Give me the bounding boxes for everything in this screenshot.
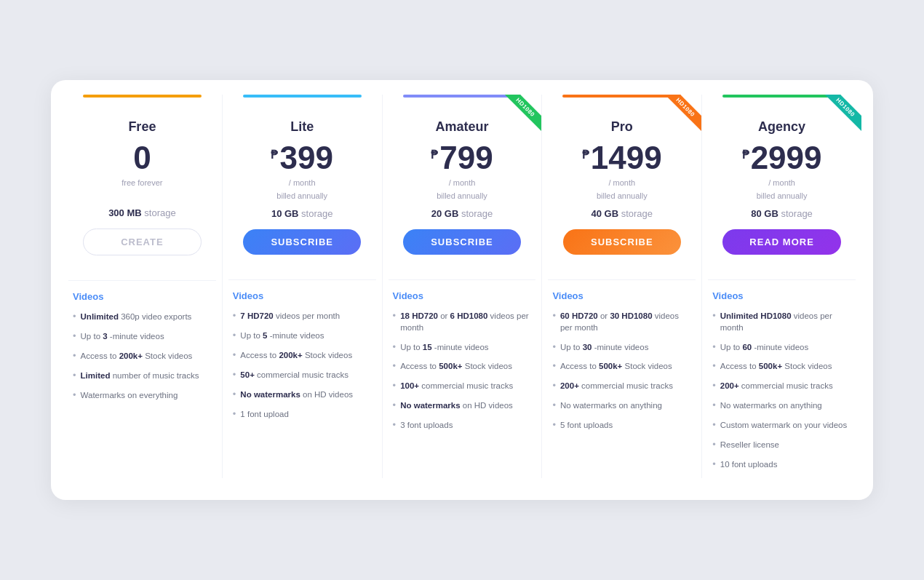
feature-item-lite-4: • No watermarks on HD videos bbox=[233, 389, 372, 401]
feature-item-pro-3: • 200+ commercial music tracks bbox=[552, 380, 691, 392]
feature-text-pro-3: 200+ commercial music tracks bbox=[560, 380, 673, 392]
price-currency-lite: ₱ bbox=[271, 148, 278, 162]
feature-bullet-free-0: • bbox=[73, 311, 76, 323]
feature-bullet-agency-2: • bbox=[712, 360, 716, 373]
feature-bullet-amateur-1: • bbox=[393, 341, 397, 354]
feature-item-pro-2: • Access to 500k+ Stock videos bbox=[552, 360, 691, 373]
feature-text-agency-1: Up to 60 -minute videos bbox=[720, 341, 808, 353]
features-section-amateur: Videos • 18 HD720 or 6 HD1080 videos per… bbox=[389, 279, 536, 432]
feature-bullet-lite-5: • bbox=[233, 408, 236, 421]
plan-name-lite: Lite bbox=[228, 119, 376, 135]
features-label-free: Videos bbox=[73, 291, 212, 302]
plan-storage-pro: 40 GB storage bbox=[548, 208, 696, 219]
plan-btn-pro[interactable]: SUBSCRIBE bbox=[563, 229, 681, 255]
plan-bar-free bbox=[83, 95, 202, 98]
feature-text-lite-3: 50+ commercial music tracks bbox=[240, 369, 349, 381]
plan-price-sub-pro: / monthbilled annually bbox=[548, 177, 696, 202]
feature-item-pro-0: • 60 HD720 or 30 HD1080 videos per month bbox=[552, 310, 691, 333]
feature-text-lite-4: No watermarks on HD videos bbox=[240, 389, 353, 400]
price-wrap-pro: ₱ 1499 bbox=[548, 142, 696, 174]
feature-bullet-amateur-0: • bbox=[393, 310, 397, 322]
feature-text-pro-5: 5 font uploads bbox=[560, 419, 613, 431]
feature-text-pro-1: Up to 30 -minute videos bbox=[560, 341, 648, 353]
feature-text-agency-2: Access to 500k+ Stock videos bbox=[720, 360, 832, 372]
plan-header-free: Free 0 free forever 300 MB storage CREAT… bbox=[68, 109, 216, 267]
feature-text-amateur-2: Access to 500k+ Stock videos bbox=[400, 360, 512, 372]
feature-item-pro-1: • Up to 30 -minute videos bbox=[552, 341, 691, 354]
feature-item-agency-5: • Custom watermark on your videos bbox=[712, 419, 851, 432]
feature-item-free-2: • Access to 200k+ Stock videos bbox=[73, 350, 212, 362]
features-label-amateur: Videos bbox=[393, 290, 532, 301]
feature-item-amateur-0: • 18 HD720 or 6 HD1080 videos per month bbox=[393, 310, 532, 333]
feature-text-agency-0: Unlimited HD1080 videos per month bbox=[720, 310, 851, 333]
pricing-table: Free 0 free forever 300 MB storage CREAT… bbox=[51, 80, 873, 500]
price-wrap-amateur: ₱ 799 bbox=[389, 142, 536, 174]
feature-bullet-pro-4: • bbox=[552, 400, 556, 412]
feature-item-pro-5: • 5 font uploads bbox=[552, 419, 691, 432]
badge-agency: HD1080 bbox=[819, 95, 861, 137]
feature-item-agency-2: • Access to 500k+ Stock videos bbox=[712, 360, 851, 373]
feature-bullet-lite-4: • bbox=[233, 389, 236, 401]
feature-item-lite-3: • 50+ commercial music tracks bbox=[233, 369, 372, 381]
price-amount-free: 0 bbox=[133, 142, 151, 174]
feature-text-lite-1: Up to 5 -minute videos bbox=[240, 330, 324, 341]
feature-text-free-4: Watermarks on everything bbox=[81, 389, 178, 401]
price-currency-amateur: ₱ bbox=[431, 148, 438, 162]
plan-price-sub-agency: / monthbilled annually bbox=[708, 177, 856, 202]
price-wrap-free: 0 bbox=[68, 142, 216, 174]
feature-item-free-1: • Up to 3 -minute videos bbox=[73, 330, 212, 343]
features-section-agency: Videos • Unlimited HD1080 videos per mon… bbox=[708, 279, 856, 470]
plan-storage-amateur: 20 GB storage bbox=[389, 208, 536, 219]
feature-bullet-agency-1: • bbox=[712, 341, 716, 354]
feature-bullet-agency-4: • bbox=[712, 400, 716, 412]
feature-item-free-4: • Watermarks on everything bbox=[73, 389, 212, 402]
feature-item-agency-0: • Unlimited HD1080 videos per month bbox=[712, 310, 851, 333]
feature-item-free-3: • Limited number of music tracks bbox=[73, 370, 212, 382]
features-label-lite: Videos bbox=[233, 290, 372, 301]
badge-ribbon-pro: HD1080 bbox=[661, 95, 702, 132]
feature-item-amateur-2: • Access to 500k+ Stock videos bbox=[393, 360, 532, 373]
feature-bullet-free-3: • bbox=[73, 370, 76, 382]
feature-text-agency-3: 200+ commercial music tracks bbox=[720, 380, 833, 392]
feature-item-amateur-4: • No watermarks on HD videos bbox=[393, 400, 532, 412]
price-currency-pro: ₱ bbox=[582, 148, 589, 162]
feature-text-agency-5: Custom watermark on your videos bbox=[720, 419, 847, 431]
feature-bullet-free-1: • bbox=[73, 330, 76, 343]
badge-pro: HD1080 bbox=[659, 95, 701, 137]
feature-text-lite-2: Access to 200k+ Stock videos bbox=[240, 349, 352, 361]
price-wrap-agency: ₱ 2999 bbox=[708, 142, 856, 174]
feature-item-amateur-3: • 100+ commercial music tracks bbox=[393, 380, 532, 392]
feature-bullet-agency-7: • bbox=[712, 458, 716, 471]
plan-col-lite: Lite ₱ 399 / monthbilled annually 10 GB … bbox=[222, 95, 382, 478]
feature-bullet-pro-0: • bbox=[552, 310, 556, 322]
feature-bullet-agency-0: • bbox=[712, 310, 716, 322]
feature-bullet-pro-2: • bbox=[552, 360, 556, 373]
feature-text-free-0: Unlimited 360p video exports bbox=[81, 311, 192, 322]
feature-text-free-3: Limited number of music tracks bbox=[81, 370, 199, 381]
feature-bullet-free-2: • bbox=[73, 350, 76, 362]
feature-text-amateur-1: Up to 15 -minute videos bbox=[400, 341, 488, 353]
feature-bullet-lite-3: • bbox=[233, 369, 236, 381]
plan-col-agency: HD1080 Agency ₱ 2999 / monthbilled annua… bbox=[701, 95, 861, 478]
feature-bullet-agency-6: • bbox=[712, 439, 716, 451]
plan-btn-lite[interactable]: SUBSCRIBE bbox=[243, 229, 361, 255]
feature-text-amateur-3: 100+ commercial music tracks bbox=[400, 380, 513, 392]
feature-text-free-2: Access to 200k+ Stock videos bbox=[81, 350, 193, 362]
plan-bar-lite bbox=[243, 95, 362, 98]
plan-header-lite: Lite ₱ 399 / monthbilled annually 10 GB … bbox=[228, 109, 376, 266]
feature-bullet-amateur-3: • bbox=[393, 380, 397, 392]
feature-text-lite-0: 7 HD720 videos per month bbox=[240, 310, 340, 322]
plan-btn-amateur[interactable]: SUBSCRIBE bbox=[403, 229, 521, 255]
price-wrap-lite: ₱ 399 bbox=[228, 142, 376, 174]
plan-btn-free[interactable]: CREATE bbox=[83, 229, 201, 255]
features-label-pro: Videos bbox=[552, 290, 691, 301]
feature-text-amateur-5: 3 font uploads bbox=[400, 419, 453, 431]
badge-ribbon-agency: HD1080 bbox=[821, 95, 861, 132]
plan-storage-free: 300 MB storage bbox=[68, 207, 216, 218]
plan-btn-agency[interactable]: READ MORE bbox=[722, 229, 840, 255]
feature-text-agency-6: Reseller license bbox=[720, 439, 779, 450]
feature-bullet-lite-2: • bbox=[233, 349, 236, 362]
feature-bullet-amateur-4: • bbox=[393, 400, 397, 412]
feature-item-agency-1: • Up to 60 -minute videos bbox=[712, 341, 851, 354]
feature-item-agency-6: • Reseller license bbox=[712, 439, 851, 451]
